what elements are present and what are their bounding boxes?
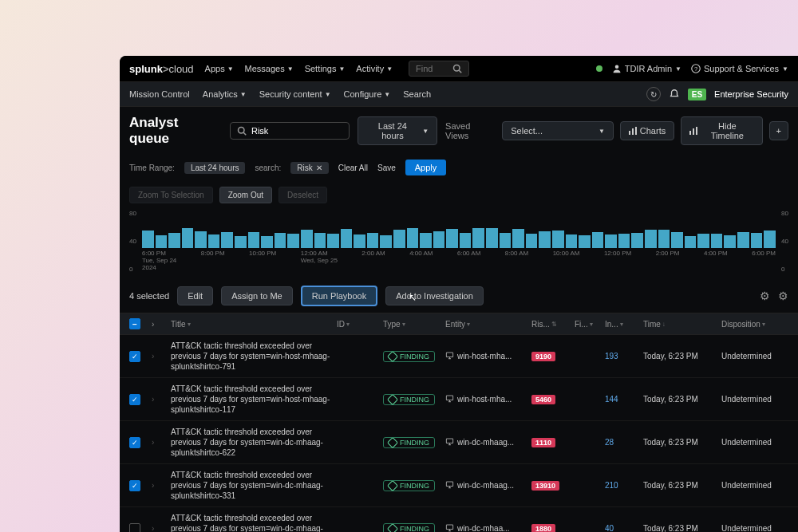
row-checkbox[interactable] bbox=[129, 394, 140, 405]
time-column[interactable]: Time↓ bbox=[643, 320, 715, 329]
in-column[interactable]: In...▾ bbox=[605, 320, 637, 329]
timeline-bar[interactable] bbox=[526, 234, 538, 249]
timeline-chart[interactable] bbox=[129, 210, 788, 248]
row-checkbox[interactable] bbox=[129, 351, 140, 362]
in-cell[interactable]: 193 bbox=[605, 352, 637, 361]
timeline-bar[interactable] bbox=[182, 228, 194, 248]
time-range-button[interactable]: Last 24 hours ▼ bbox=[358, 116, 437, 145]
saved-views-select[interactable]: Select... ▼ bbox=[502, 121, 614, 140]
timeline-bar[interactable] bbox=[221, 232, 233, 248]
timeline-bar[interactable] bbox=[341, 229, 353, 248]
in-cell[interactable]: 210 bbox=[605, 481, 637, 490]
disposition-column[interactable]: Disposition▾ bbox=[721, 320, 798, 329]
top-menu-item[interactable]: Activity▼ bbox=[356, 64, 393, 73]
risk-column[interactable]: Ris...⇅ bbox=[531, 320, 568, 329]
timeline-bar[interactable] bbox=[301, 230, 313, 248]
timeline-bar[interactable] bbox=[446, 229, 458, 248]
in-cell[interactable]: 40 bbox=[605, 524, 637, 532]
timeline-bar[interactable] bbox=[393, 230, 405, 248]
in-cell[interactable]: 144 bbox=[605, 395, 637, 404]
top-menu-item[interactable]: Settings▼ bbox=[305, 64, 346, 73]
search-box[interactable] bbox=[230, 122, 350, 140]
sub-menu-item[interactable]: Search bbox=[403, 89, 431, 99]
settings-icon[interactable]: ⚙ bbox=[760, 290, 770, 302]
timeline-bar[interactable] bbox=[407, 228, 419, 248]
timeline-bar[interactable] bbox=[472, 228, 484, 248]
clear-all-link[interactable]: Clear All bbox=[338, 164, 368, 172]
timeline-bar[interactable] bbox=[605, 234, 617, 248]
timeline-bar[interactable] bbox=[764, 231, 776, 248]
support-menu[interactable]: ? Support & Services ▼ bbox=[691, 64, 788, 73]
edit-button[interactable]: Edit bbox=[177, 286, 213, 305]
timeline-bar[interactable] bbox=[235, 236, 247, 248]
select-all-checkbox[interactable] bbox=[129, 318, 140, 329]
sub-menu-item[interactable]: Mission Control bbox=[129, 89, 190, 99]
timeline-bar[interactable] bbox=[314, 233, 326, 248]
timeline-bar[interactable] bbox=[697, 234, 709, 248]
fl-column[interactable]: Fi...▾ bbox=[575, 320, 598, 329]
timeline-bar[interactable] bbox=[618, 234, 630, 248]
timeline-bar[interactable] bbox=[168, 233, 180, 248]
search-filter-chip[interactable]: Risk ✕ bbox=[290, 162, 328, 174]
timeline-bar[interactable] bbox=[631, 233, 643, 248]
table-row[interactable]: › ATT&CK tactic threshold exceeded over … bbox=[120, 464, 798, 507]
expand-toggle[interactable]: › bbox=[152, 395, 164, 404]
timeline-bar[interactable] bbox=[156, 235, 168, 248]
search-input[interactable] bbox=[251, 126, 342, 136]
timeline-bar[interactable] bbox=[354, 234, 365, 248]
id-column[interactable]: ID▾ bbox=[337, 320, 377, 329]
refresh-icon[interactable]: ↻ bbox=[646, 87, 661, 101]
timeline-bar[interactable] bbox=[592, 232, 604, 248]
table-row[interactable]: › ATT&CK tactic threshold exceeded over … bbox=[120, 421, 798, 464]
expand-column[interactable]: › bbox=[152, 320, 164, 329]
entity-column[interactable]: Entity▾ bbox=[445, 320, 525, 329]
table-row[interactable]: › ATT&CK tactic threshold exceeded over … bbox=[120, 335, 798, 378]
timeline-bar[interactable] bbox=[208, 234, 220, 248]
timeline-bar[interactable] bbox=[645, 230, 657, 248]
type-column[interactable]: Type▾ bbox=[383, 320, 439, 329]
sub-menu-item[interactable]: Security content▼ bbox=[259, 89, 331, 99]
assign-to-me-button[interactable]: Assign to Me bbox=[221, 286, 293, 305]
timeline-bar[interactable] bbox=[327, 234, 339, 248]
timeline-bar[interactable] bbox=[460, 233, 472, 248]
timeline-bar[interactable] bbox=[512, 229, 524, 248]
timeline-bar[interactable] bbox=[433, 231, 445, 248]
timeline-bar[interactable] bbox=[367, 233, 379, 248]
timeline-bar[interactable] bbox=[671, 232, 683, 248]
save-link[interactable]: Save bbox=[377, 164, 396, 172]
row-checkbox[interactable] bbox=[129, 523, 140, 533]
timeline-bar[interactable] bbox=[724, 235, 736, 248]
top-menu-item[interactable]: Messages▼ bbox=[245, 64, 294, 73]
timeline-bar[interactable] bbox=[566, 234, 578, 248]
table-row[interactable]: › ATT&CK tactic threshold exceeded over … bbox=[120, 507, 798, 532]
timeline-bar[interactable] bbox=[579, 235, 591, 248]
zoom-out-button[interactable]: Zoom Out bbox=[219, 187, 272, 203]
timeline-bar[interactable] bbox=[751, 233, 763, 248]
sub-menu-item[interactable]: Configure▼ bbox=[344, 89, 391, 99]
expand-toggle[interactable]: › bbox=[152, 481, 164, 490]
gear-icon[interactable]: ⚙ bbox=[778, 290, 788, 302]
add-to-investigation-button[interactable]: Add to Investigation bbox=[385, 286, 484, 305]
timeline-bar[interactable] bbox=[552, 231, 564, 248]
row-checkbox[interactable] bbox=[129, 480, 140, 491]
timeline-bar[interactable] bbox=[420, 233, 432, 248]
timeline-bar[interactable] bbox=[275, 233, 286, 248]
timeline-bar[interactable] bbox=[658, 230, 670, 248]
run-playbook-button[interactable]: Run Playbook bbox=[301, 286, 378, 306]
timeline-bar[interactable] bbox=[195, 231, 207, 248]
timeline-bar[interactable] bbox=[248, 232, 260, 248]
in-cell[interactable]: 28 bbox=[605, 438, 637, 447]
expand-toggle[interactable]: › bbox=[152, 352, 164, 361]
top-menu-item[interactable]: Apps▼ bbox=[205, 64, 234, 73]
timeline-bar[interactable] bbox=[287, 234, 299, 248]
add-button[interactable]: + bbox=[769, 121, 788, 140]
timeline-bar[interactable] bbox=[486, 228, 498, 248]
find-box[interactable] bbox=[409, 61, 469, 77]
timeline-bar[interactable] bbox=[539, 231, 551, 248]
sub-menu-item[interactable]: Analytics▼ bbox=[203, 89, 247, 99]
timeline-bar[interactable] bbox=[142, 231, 154, 248]
timeline-bar[interactable] bbox=[380, 235, 392, 248]
row-checkbox[interactable] bbox=[129, 437, 140, 448]
timeline-bar[interactable] bbox=[737, 232, 749, 248]
expand-toggle[interactable]: › bbox=[152, 438, 164, 447]
